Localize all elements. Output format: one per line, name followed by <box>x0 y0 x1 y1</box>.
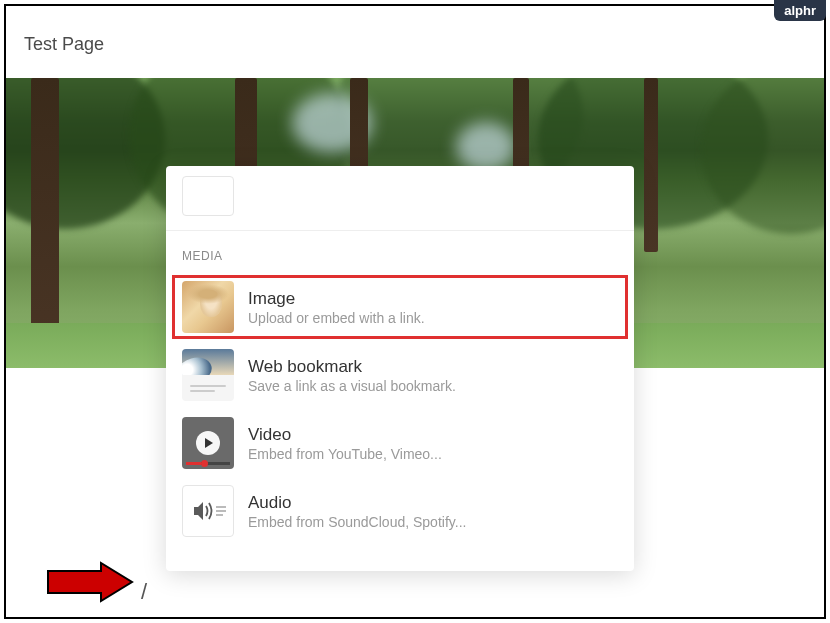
menu-item-desc: Upload or embed with a link. <box>248 310 618 326</box>
menu-item-title: Video <box>248 425 618 445</box>
menu-item-desc: Embed from SoundCloud, Spotify... <box>248 514 618 530</box>
slash-command-menu: MEDIA Image Upload or embed with a link.… <box>166 166 634 571</box>
image-thumb-icon <box>182 281 234 333</box>
menu-item-title: Web bookmark <box>248 357 618 377</box>
menu-item-web-bookmark[interactable]: Web bookmark Save a link as a visual boo… <box>166 341 634 409</box>
page-title[interactable]: Test Page <box>24 34 104 55</box>
thumb-placeholder-icon <box>182 176 234 216</box>
menu-item-title: Image <box>248 289 618 309</box>
menu-item-desc: Save a link as a visual bookmark. <box>248 378 618 394</box>
menu-item-image[interactable]: Image Upload or embed with a link. <box>166 273 634 341</box>
menu-item-video[interactable]: Video Embed from YouTube, Vimeo... <box>166 409 634 477</box>
menu-item-title: Audio <box>248 493 618 513</box>
truncated-description <box>248 176 252 194</box>
slash-command-trigger[interactable]: / <box>141 579 147 605</box>
menu-item-audio[interactable]: Audio Embed from SoundCloud, Spotify... <box>166 477 634 545</box>
annotation-arrow-icon <box>46 561 136 603</box>
video-thumb-icon <box>182 417 234 469</box>
section-label-media: MEDIA <box>166 231 634 273</box>
menu-item-desc: Embed from YouTube, Vimeo... <box>248 446 618 462</box>
audio-thumb-icon <box>182 485 234 537</box>
bookmark-thumb-icon <box>182 349 234 401</box>
menu-item-previous[interactable] <box>166 166 634 230</box>
alphr-badge: alphr <box>774 0 826 21</box>
app-frame: Test Page / MEDIA Image Upload or embed <box>4 4 826 619</box>
